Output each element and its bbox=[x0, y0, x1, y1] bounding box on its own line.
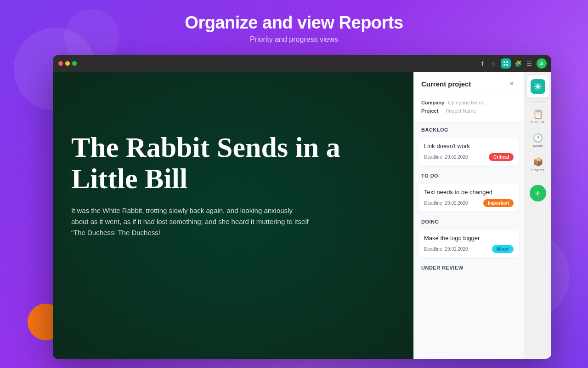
svg-point-3 bbox=[506, 64, 508, 66]
browser-traffic-lights bbox=[58, 61, 77, 66]
browser-toolbar-actions: ⬆ ☆ 🧩 ☰ A bbox=[479, 58, 547, 69]
svg-point-1 bbox=[506, 61, 508, 63]
browser-content: The Rabbit Sends in a Little Bill It was… bbox=[53, 72, 551, 359]
section-todo-header: TO DO bbox=[414, 168, 524, 181]
company-value: Company Name bbox=[448, 100, 484, 105]
section-doing-header: DOING bbox=[414, 214, 524, 227]
section-backlog-header: BACKLOG bbox=[414, 122, 524, 135]
sidebar-item-admin[interactable]: 🕐 Admin bbox=[527, 129, 549, 151]
deadline-info: Deadline 29.02.2020 bbox=[424, 247, 468, 252]
nav-sidebar: 📋 Bug List 🕐 Admin 📦 Projects + bbox=[524, 72, 551, 359]
close-button[interactable]: × bbox=[507, 79, 516, 88]
svg-point-4 bbox=[537, 85, 539, 88]
bug-card-title: Text needs to be changed bbox=[424, 189, 514, 196]
nav-separator-2 bbox=[531, 179, 545, 179]
page-header: Organize and view Reports Priority and p… bbox=[0, 0, 588, 44]
add-icon: + bbox=[535, 189, 541, 198]
project-label: Project bbox=[421, 108, 442, 114]
puzzle-icon[interactable]: 🧩 bbox=[514, 60, 522, 67]
bug-list-icon: 📋 bbox=[533, 109, 543, 119]
sidebar-item-bug-tracker[interactable] bbox=[527, 75, 549, 98]
bug-panel-title: Current project bbox=[421, 80, 471, 88]
project-value: Project Name bbox=[446, 108, 476, 114]
deadline-date: 29.02.2020 bbox=[445, 155, 468, 160]
close-dot[interactable] bbox=[58, 61, 63, 66]
badge-minor: Minor bbox=[492, 245, 514, 253]
current-project-section: Company Company Name Project Project Nam… bbox=[414, 94, 524, 122]
article-body: It was the White Rabbit, trotting slowly… bbox=[71, 205, 310, 238]
sidebar-item-projects[interactable]: 📦 Projects bbox=[527, 153, 549, 175]
extension-icon[interactable] bbox=[501, 58, 511, 69]
bug-tracker-icon bbox=[531, 79, 545, 94]
company-label: Company bbox=[421, 100, 444, 105]
browser-toolbar: ⬆ ☆ 🧩 ☰ A bbox=[53, 55, 551, 72]
project-row: Project Project Name bbox=[421, 108, 516, 114]
deadline-info: Deadline 29.02.2020 bbox=[424, 201, 468, 206]
svg-point-2 bbox=[503, 64, 505, 66]
deadline-label: Deadline bbox=[424, 247, 442, 252]
bug-card-footer: Deadline 29.02.2020 Important bbox=[424, 199, 514, 207]
deadline-date: 29.02.2020 bbox=[445, 201, 468, 206]
article-title: The Rabbit Sends in a Little Bill bbox=[71, 132, 395, 194]
nav-separator bbox=[531, 101, 545, 102]
bug-card-title: Make the logo bigger bbox=[424, 235, 514, 242]
deadline-date: 29.02.2020 bbox=[445, 247, 468, 252]
bug-card-footer: Deadline 29.02.2020 Minor bbox=[424, 245, 514, 253]
browser-window: ⬆ ☆ 🧩 ☰ A The Rabbit Sends in a Little B… bbox=[53, 55, 551, 359]
bookmark-icon[interactable]: ☆ bbox=[490, 60, 497, 67]
minimize-dot[interactable] bbox=[65, 61, 70, 66]
bug-card-footer: Deadline 29.02.2020 Critical bbox=[424, 153, 514, 161]
bug-card-todo-1[interactable]: Text needs to be changed Deadline 29.02.… bbox=[418, 184, 519, 212]
bug-list-label: Bug List bbox=[531, 120, 544, 124]
bug-card-doing-1[interactable]: Make the logo bigger Deadline 29.02.2020… bbox=[418, 230, 519, 258]
section-under-review-header: UNDER REVIEW bbox=[414, 260, 524, 273]
avatar-icon[interactable]: A bbox=[537, 58, 547, 69]
badge-important: Important bbox=[483, 199, 514, 207]
menu-icon[interactable]: ☰ bbox=[526, 60, 533, 67]
deadline-label: Deadline bbox=[424, 201, 442, 206]
maximize-dot[interactable] bbox=[72, 61, 77, 66]
projects-label: Projects bbox=[531, 168, 544, 172]
add-button[interactable]: + bbox=[530, 185, 546, 201]
sidebar-item-bug-list[interactable]: 📋 Bug List bbox=[527, 105, 549, 127]
page-subtitle: Priority and progress views bbox=[0, 35, 588, 44]
article-area: The Rabbit Sends in a Little Bill It was… bbox=[53, 72, 413, 359]
admin-icon: 🕐 bbox=[533, 133, 543, 143]
bug-card-title: Link doesn't work bbox=[424, 143, 514, 150]
bug-panel-header: Current project × bbox=[414, 72, 524, 94]
projects-icon: 📦 bbox=[533, 157, 543, 167]
share-icon[interactable]: ⬆ bbox=[479, 60, 486, 67]
deadline-info: Deadline 29.02.2020 bbox=[424, 155, 468, 160]
svg-point-0 bbox=[503, 61, 505, 63]
company-row: Company Company Name bbox=[421, 100, 516, 105]
bug-card-backlog-1[interactable]: Link doesn't work Deadline 29.02.2020 Cr… bbox=[418, 138, 519, 166]
page-title: Organize and view Reports bbox=[0, 13, 588, 33]
admin-label: Admin bbox=[532, 144, 543, 148]
deadline-label: Deadline bbox=[424, 155, 442, 160]
bug-panel: Current project × Company Company Name P… bbox=[413, 72, 524, 359]
badge-critical: Critical bbox=[489, 153, 514, 161]
